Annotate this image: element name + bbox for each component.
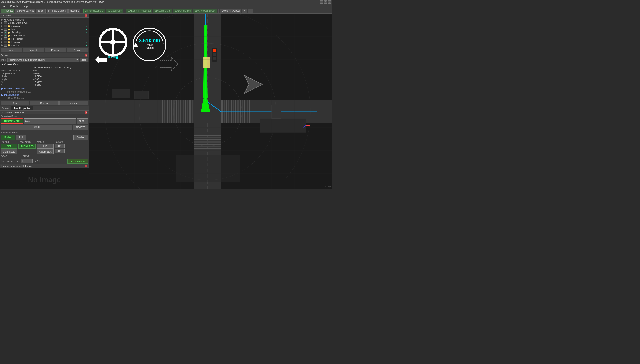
move-camera-button[interactable]: ⊕ Move Camera <box>15 9 35 13</box>
fail-button[interactable]: Fail <box>16 135 26 140</box>
tab-tool-properties[interactable]: Tool Properties <box>12 106 33 110</box>
tree-item-planning[interactable]: ▶ ✓ 📁 Planning ✓ <box>0 40 89 44</box>
pose-estimate-button[interactable]: 2D Pose Estimate <box>83 9 105 13</box>
tree-item-perception[interactable]: ▶ ✓ 📁 Perception ✓ <box>0 37 89 40</box>
add-display-button[interactable]: Add <box>1 48 22 52</box>
goal-pose-button[interactable]: 2D Goal Pose <box>106 9 123 13</box>
3d-viewport[interactable]: 0.7deg 3.61km/h limited 72km/h ⬅ <box>89 14 332 189</box>
tab-views[interactable]: Views <box>0 106 12 110</box>
tree-item-sensing[interactable]: ▶ ✓ 📁 Sensing ✓ <box>0 31 89 34</box>
delete-all-button[interactable]: Delete All Objects <box>220 9 241 13</box>
tree-item-global-status[interactable]: ▶ ✓ Global Status: Ok <box>0 21 89 24</box>
svg-rect-24 <box>185 100 186 123</box>
set-emergency-button[interactable]: Set Emergency <box>67 158 88 164</box>
tree-item-localization[interactable]: ▶ ✓ 📁 Localization ✓ <box>0 34 89 37</box>
routing-label: Routing <box>1 141 17 143</box>
planning-checkbox[interactable]: ✓ <box>4 40 7 43</box>
interact-icon: ↖ <box>3 10 4 12</box>
maximize-button[interactable]: □ <box>324 0 327 4</box>
minus-toolbar-button[interactable]: — <box>248 9 253 13</box>
control-checkbox[interactable]: ✓ <box>4 44 7 46</box>
menu-file[interactable]: File <box>1 4 7 8</box>
interact-button[interactable]: ↖ Interact <box>1 9 14 13</box>
tree-item-system[interactable]: ▶ ✓ 📁 System ✓ <box>0 24 89 28</box>
speed-limit: 72km/h <box>131 46 168 49</box>
remote-button[interactable]: REMOTE <box>73 124 88 130</box>
svg-rect-45 <box>213 49 216 52</box>
system-checkbox[interactable]: ✓ <box>4 25 7 27</box>
auto-input[interactable] <box>24 118 76 124</box>
add-toolbar-button[interactable]: + <box>242 9 247 13</box>
recognition-close[interactable]: ● <box>85 165 87 168</box>
gear-label: GEAR: <box>1 155 8 158</box>
initialized-button[interactable]: INITIALIZED <box>19 144 36 149</box>
select-button[interactable]: Select <box>36 9 46 13</box>
none2-button[interactable]: NONE <box>55 149 65 153</box>
status-checkbox[interactable]: ✓ <box>4 22 7 24</box>
fps-display: 31 fps <box>325 186 332 188</box>
autoware-state-header: AutowareStatePanel ● <box>0 110 89 114</box>
operation-mode-label: OperationMode <box>1 115 88 118</box>
svg-rect-14 <box>162 100 163 123</box>
rename-display-button[interactable]: Rename <box>67 48 88 52</box>
init-button[interactable]: INIT <box>37 144 53 149</box>
move-camera-icon: ⊕ <box>17 10 19 12</box>
minimize-button[interactable]: — <box>319 0 323 4</box>
displays-section: Displays ● ▶ ⚙ Global Options ▶ ✓ Global… <box>0 14 89 53</box>
svg-rect-8 <box>194 137 221 138</box>
displays-tree: ▶ ⚙ Global Options ▶ ✓ Global Status: Ok… <box>0 18 89 47</box>
dummy-car-button[interactable]: 2D Dummy Car <box>153 9 172 13</box>
close-button[interactable]: ✕ <box>328 0 331 4</box>
svg-rect-47 <box>213 57 216 60</box>
cv-y: Y 38.6914 <box>0 84 89 87</box>
stop-button[interactable]: STOP <box>77 118 88 124</box>
clear-route-button[interactable]: Clear Route <box>1 149 17 154</box>
svg-rect-22 <box>180 100 181 123</box>
localization-label: Localization <box>19 141 36 143</box>
set-route-button[interactable]: SET <box>1 144 17 149</box>
autoware-state-close[interactable]: ● <box>85 111 87 114</box>
focus-camera-button[interactable]: ◎ Focus Camera <box>47 9 68 13</box>
views-type-select[interactable]: TopDownOrtho (rviz_default_plugins) <box>7 58 79 62</box>
none1-button[interactable]: NONE <box>55 144 65 148</box>
cv-scale: Scale 23.7756 <box>0 75 89 78</box>
autonomous-button[interactable]: AUTONOMOUS <box>1 118 23 124</box>
displays-close-button[interactable]: ● <box>85 14 87 17</box>
accept-start-button[interactable]: Accept Start <box>37 149 53 154</box>
autoware-control-label: AutowareControl <box>1 131 18 134</box>
velocity-input[interactable] <box>21 159 33 163</box>
third-person-follower[interactable]: ▶ ThirdPersonFollower <box>0 87 89 90</box>
menu-help[interactable]: Help <box>22 4 28 8</box>
dummy-bus-button[interactable]: 2D Dummy Bus <box>173 9 192 13</box>
top-down-ortho[interactable]: ▶ TopDownOrtho <box>0 93 89 97</box>
tree-item-control[interactable]: ▶ ✓ 📁 Control ✓ <box>0 44 89 47</box>
sensing-checkbox[interactable]: ✓ <box>4 31 7 34</box>
duplicate-button[interactable]: Duplicate <box>23 48 44 52</box>
views-close-button[interactable]: ● <box>85 54 87 56</box>
measure-button[interactable]: Measure <box>69 9 81 13</box>
views-remove-button[interactable]: Remove <box>30 101 59 105</box>
disable-button[interactable]: Disable <box>74 135 88 140</box>
views-rename-button[interactable]: Rename <box>59 101 88 105</box>
focus-icon: ◎ <box>48 10 50 12</box>
dummy-pedestrian-button[interactable]: 2D Dummy Pedestrian <box>126 9 152 13</box>
tree-item-map[interactable]: ▶ ✓ 📁 Map ✓ <box>0 28 89 31</box>
local-button[interactable]: LOCAL <box>1 124 72 130</box>
views-zero-button[interactable]: Zero <box>80 58 88 62</box>
recognition-panel: RecognitionResultOnImage ● No Image <box>0 164 89 189</box>
menu-panels[interactable]: Panels <box>10 4 19 8</box>
tree-item-global-options[interactable]: ▶ ⚙ Global Options <box>0 18 89 21</box>
remove-display-button[interactable]: Remove <box>45 48 66 52</box>
map-checkbox[interactable]: ✓ <box>4 28 7 30</box>
checkpoint-pose-button[interactable]: 2D Checkpoint Pose <box>193 9 217 13</box>
perception-checkbox[interactable]: ✓ <box>4 38 7 40</box>
svg-rect-16 <box>167 100 168 123</box>
right-arrow-svg <box>160 57 178 71</box>
views-save-button[interactable]: Save <box>1 101 30 105</box>
op-buttons-row1: AUTONOMOUS STOP <box>1 118 88 124</box>
send-velocity-label: Send Velocity Limit <box>1 160 20 162</box>
main-layout: Displays ● ▶ ⚙ Global Options ▶ ✓ Global… <box>0 14 332 189</box>
localization-checkbox[interactable]: ✓ <box>4 34 7 37</box>
drive-label: DRIVE <box>23 155 30 158</box>
enable-button[interactable]: Enable <box>1 135 15 140</box>
